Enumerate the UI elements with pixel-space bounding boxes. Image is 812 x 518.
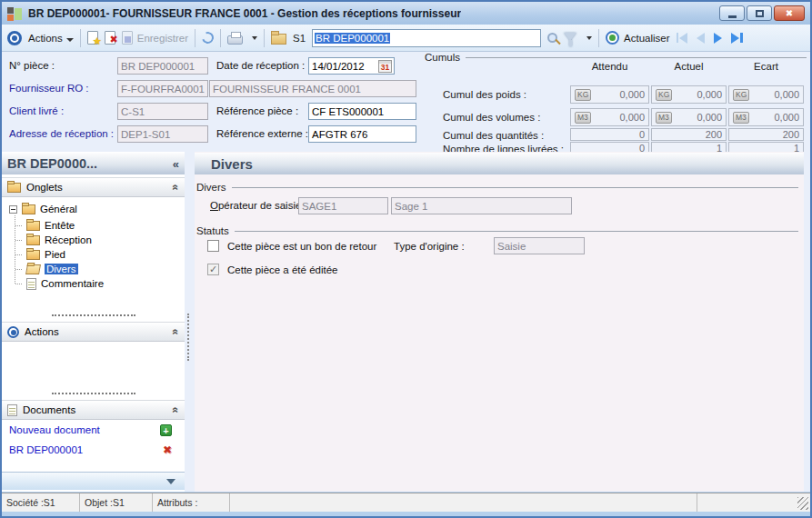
tree-item-reception[interactable]: Réception (15, 233, 92, 247)
col-actuel: Actuel (651, 61, 727, 72)
tree-collapse-icon[interactable] (9, 205, 17, 214)
documents-label: Documents (23, 404, 75, 415)
retour-checkbox[interactable] (207, 240, 219, 252)
client-field: C-S1 (117, 103, 208, 120)
nav-first-button[interactable] (677, 33, 688, 44)
ref-externe-field[interactable]: AFGTR 676 (308, 125, 416, 143)
save-button[interactable]: Enregistrer (122, 31, 188, 45)
piece-field: BR DEP000001 (117, 57, 208, 75)
page-title: Divers (211, 156, 253, 172)
quantites-actuel: 200 (651, 128, 727, 141)
unit-kg-badge[interactable]: KG (733, 89, 749, 101)
add-document-button[interactable]: + (160, 424, 172, 436)
print-dropdown-icon[interactable] (252, 36, 257, 40)
client-label[interactable]: Client livré : (9, 105, 64, 116)
sidebar: BR DEP0000... « Onglets « Général Entête (2, 152, 185, 492)
tree-item-general[interactable]: Général (9, 202, 77, 216)
row-quantites-label: Cumul des quantités : (443, 130, 544, 141)
nav-next-button[interactable] (714, 33, 722, 44)
unit-kg-badge[interactable]: KG (656, 89, 672, 101)
delete-x-icon: ✖ (163, 443, 172, 456)
maximize-button[interactable] (747, 5, 772, 21)
actualiser-icon (606, 31, 619, 45)
documents-section-bar[interactable]: Documents « (2, 400, 185, 420)
onglets-section-bar[interactable]: Onglets « (2, 177, 185, 197)
fournisseur-code-field: F-FOURFRA0001 (117, 80, 208, 97)
status-attributs: Attributs : (153, 493, 230, 512)
folder-open-icon (25, 264, 41, 274)
adresse-field: DEP1-S01 (117, 125, 208, 143)
actions-section-bar[interactable]: Actions « (2, 322, 185, 342)
sidebar-bottom-bar[interactable] (2, 472, 185, 490)
filter-icon[interactable] (564, 33, 576, 41)
filter-dropdown-icon[interactable] (586, 36, 592, 40)
status-societe: Société :S1 (2, 493, 80, 512)
date-field[interactable]: 14/01/2012 31 (308, 57, 395, 75)
delete-document-button[interactable]: ✖ (163, 443, 172, 456)
site-folder-icon[interactable] (271, 34, 286, 45)
row-poids-label: Cumul des poids : (443, 89, 526, 100)
folder-icon (22, 204, 35, 214)
volumes-attendu: M30,000 (570, 108, 649, 126)
app-window: BR DEP000001- FOURNISSEUR FRANCE 0001 - … (0, 0, 812, 518)
fournisseur-label[interactable]: Fournisseur RO : (9, 83, 89, 94)
close-icon: ✖ (786, 8, 793, 18)
resize-grip[interactable] (797, 497, 808, 510)
unit-m3-badge[interactable]: M3 (656, 112, 672, 124)
nav-previous-button[interactable] (697, 33, 705, 44)
nav-last-button[interactable] (731, 33, 743, 44)
chevron-down-icon (66, 38, 74, 42)
status-empty-2 (697, 493, 797, 512)
new-document-link[interactable]: Nouveau document (9, 424, 100, 435)
collapse-up-icon[interactable]: « (170, 407, 183, 413)
actions-menu-button[interactable]: Actions (28, 33, 74, 44)
unit-m3-badge[interactable]: M3 (733, 112, 749, 124)
unit-m3-badge[interactable]: M3 (575, 112, 591, 124)
tree-item-commentaire[interactable]: Commentaire (15, 276, 104, 291)
main-panel: Divers Divers Opérateur de saisie : SAGE… (195, 152, 804, 492)
document-icon (26, 278, 36, 290)
save-icon (122, 31, 133, 45)
collapse-up-icon[interactable]: « (170, 184, 183, 191)
sidebar-title: BR DEP0000... (7, 156, 97, 171)
section-resize-handle[interactable] (52, 393, 135, 394)
folder-icon (26, 250, 40, 260)
documents-icon (7, 404, 17, 416)
sidebar-collapse-icon[interactable]: « (173, 157, 179, 171)
editee-checkbox-label: Cette pièce a été éditée (227, 264, 337, 275)
poids-attendu: KG0,000 (570, 85, 649, 104)
minimize-button[interactable] (719, 5, 745, 21)
toolbar: Actions ★ ✖ Enregistrer S1 BR DEP000001 … (2, 25, 810, 52)
main-panel-header: Divers (195, 153, 804, 174)
adresse-label[interactable]: Adresse de réception : (9, 128, 114, 139)
col-attendu: Attendu (570, 61, 649, 72)
refresh-icon[interactable] (200, 30, 216, 45)
tree-item-divers[interactable]: Divers (15, 262, 78, 276)
panel-splitter[interactable] (187, 314, 189, 361)
new-star-icon: ★ (93, 35, 102, 47)
divers-group-title: Divers (196, 182, 226, 193)
ref-piece-label: Référence pièce : (216, 105, 298, 116)
quantites-ecart: 200 (728, 128, 804, 141)
unit-kg-badge[interactable]: KG (575, 89, 591, 101)
section-resize-handle[interactable] (52, 314, 135, 316)
calendar-icon[interactable]: 31 (378, 60, 392, 73)
new-record-button[interactable]: ★ (87, 31, 98, 45)
document-item-link[interactable]: BR DEP000001 (9, 444, 83, 455)
actualiser-button[interactable]: Actualiser (606, 31, 670, 45)
poids-actuel: KG0,000 (651, 85, 727, 104)
tree-item-pied[interactable]: Pied (15, 247, 65, 262)
print-button[interactable] (227, 35, 243, 45)
actions-icon (7, 326, 19, 338)
maximize-icon (756, 10, 764, 17)
status-bar: Société :S1 Objet :S1 Attributs : (2, 493, 810, 512)
search-icon[interactable] (547, 33, 557, 43)
sidebar-header: BR DEP0000... « (2, 153, 185, 174)
actions-label: Actions (25, 326, 59, 337)
record-search-input[interactable]: BR DEP000001 (312, 29, 541, 47)
tree-item-entete[interactable]: Entête (15, 218, 75, 233)
collapse-up-icon[interactable]: « (170, 329, 183, 335)
delete-record-button[interactable]: ✖ (105, 31, 115, 45)
close-button[interactable]: ✖ (774, 5, 805, 21)
ref-piece-field[interactable]: CF ETS000001 (308, 103, 416, 120)
